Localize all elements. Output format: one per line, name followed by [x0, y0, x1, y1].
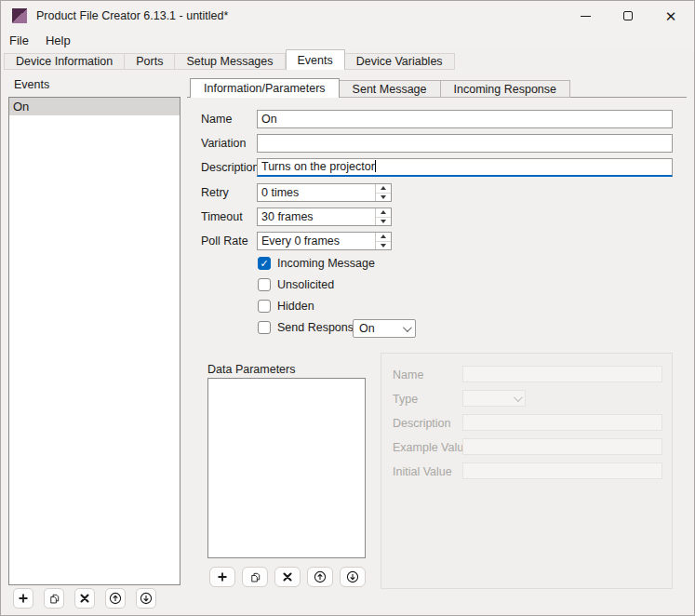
main-tab-bar: Device Information Ports Setup Messages …: [1, 50, 694, 70]
maximize-button[interactable]: [607, 1, 649, 31]
menu-help[interactable]: Help: [37, 32, 79, 49]
hidden-row: Hidden: [258, 300, 314, 313]
poll-rate-label: Poll Rate: [201, 232, 248, 250]
copy-parameter-button[interactable]: [242, 567, 268, 587]
events-toolbar: [13, 588, 156, 609]
retry-spinbox[interactable]: 0 times: [257, 183, 392, 202]
arrow-up-circle-icon: [109, 592, 122, 605]
description-label: Description: [201, 158, 260, 177]
spin-down-icon: [381, 244, 386, 248]
plus-icon: [18, 593, 29, 604]
variation-field[interactable]: [257, 134, 673, 153]
add-event-button[interactable]: [13, 588, 33, 609]
timeout-value: 30 frames: [258, 208, 375, 225]
arrow-down-circle-icon: [346, 570, 359, 583]
send-response-row: Send Response: [258, 321, 360, 334]
description-field[interactable]: Turns on the projector: [257, 158, 673, 177]
tab-events[interactable]: Events: [286, 49, 345, 70]
timeout-spinbox[interactable]: 30 frames: [257, 208, 392, 226]
delete-event-button[interactable]: [74, 588, 95, 609]
incoming-message-checkbox[interactable]: ✓: [258, 257, 271, 270]
poll-rate-spinbox[interactable]: Every 0 frames: [257, 232, 392, 250]
copy-event-button[interactable]: [44, 588, 64, 609]
description-text: Turns on the projector: [261, 160, 375, 173]
maximize-icon: [623, 11, 633, 20]
param-description-label: Description: [393, 415, 451, 432]
delete-x-icon: [80, 594, 89, 603]
spin-up-icon: [381, 234, 386, 238]
param-type-label: Type: [393, 391, 418, 408]
delete-parameter-button[interactable]: [274, 567, 301, 587]
plus-icon: [217, 571, 228, 583]
unsolicited-label: Unsolicited: [277, 278, 334, 291]
name-label: Name: [201, 110, 232, 128]
check-icon: ✓: [260, 259, 268, 269]
close-icon: ✕: [665, 9, 677, 23]
chevron-down-icon: [514, 393, 523, 402]
app-window: Product File Creator 6.13.1 - untitled* …: [0, 0, 695, 616]
send-response-checkbox[interactable]: [258, 321, 271, 334]
send-response-dropdown[interactable]: On: [353, 319, 416, 338]
arrow-up-circle-icon: [314, 570, 327, 583]
delete-x-icon: [283, 572, 292, 582]
tab-setup-messages[interactable]: Setup Messages: [175, 53, 285, 70]
move-event-down-button[interactable]: [136, 588, 156, 609]
event-list-item-on[interactable]: On: [9, 98, 180, 115]
data-parameters-toolbar: [209, 567, 366, 587]
parameter-details-panel: Name Type Description Example Value Init…: [381, 353, 673, 589]
data-parameters-label: Data Parameters: [207, 363, 295, 376]
data-parameters-list[interactable]: [207, 378, 366, 558]
move-event-up-button[interactable]: [105, 588, 126, 609]
name-field[interactable]: On: [257, 110, 673, 128]
tab-ports[interactable]: Ports: [125, 53, 175, 70]
spin-down-icon: [381, 195, 386, 199]
event-sub-tab-bar: Information/Parameters Sent Message Inco…: [190, 78, 570, 98]
add-parameter-button[interactable]: [209, 567, 235, 587]
variation-label: Variation: [201, 134, 246, 153]
arrow-down-circle-icon: [140, 592, 153, 605]
send-response-dropdown-value: On: [359, 322, 375, 335]
subtab-information-parameters[interactable]: Information/Parameters: [190, 78, 340, 98]
incoming-message-label: Incoming Message: [277, 257, 375, 270]
window-title: Product File Creator 6.13.1 - untitled*: [36, 9, 228, 22]
retry-label: Retry: [201, 183, 229, 202]
param-description-field: [462, 414, 662, 431]
text-caret: [375, 160, 376, 172]
param-name-label: Name: [393, 367, 423, 383]
tab-device-variables[interactable]: Device Variables: [345, 53, 455, 70]
spin-up-icon: [381, 210, 386, 214]
param-example-value-label: Example Value: [393, 439, 470, 456]
param-initial-value-field: [462, 462, 662, 479]
title-bar: Product File Creator 6.13.1 - untitled* …: [1, 1, 694, 31]
app-icon: [12, 8, 27, 23]
copy-icon: [249, 571, 261, 583]
param-initial-value-label: Initial Value: [393, 463, 452, 480]
unsolicited-checkbox[interactable]: [258, 278, 271, 291]
retry-spin-down[interactable]: [376, 194, 391, 202]
poll-rate-spin-down[interactable]: [376, 242, 391, 250]
subtab-incoming-response[interactable]: Incoming Response: [441, 80, 570, 98]
events-list-label: Events: [14, 78, 49, 91]
chevron-down-icon: [403, 323, 412, 332]
minimize-button[interactable]: [564, 1, 607, 31]
retry-value: 0 times: [258, 184, 375, 201]
timeout-spin-up[interactable]: [376, 208, 391, 218]
param-type-dropdown: [462, 390, 526, 407]
close-button[interactable]: ✕: [649, 1, 692, 31]
timeout-spin-down[interactable]: [376, 218, 391, 226]
subtab-sent-message[interactable]: Sent Message: [340, 80, 441, 98]
param-name-field: [462, 366, 662, 382]
move-parameter-up-button[interactable]: [307, 567, 333, 587]
menu-file[interactable]: File: [1, 32, 37, 49]
events-list[interactable]: On: [8, 97, 180, 585]
incoming-message-row: ✓ Incoming Message: [258, 257, 375, 270]
retry-spin-up[interactable]: [376, 184, 391, 194]
hidden-checkbox[interactable]: [258, 300, 271, 313]
move-parameter-down-button[interactable]: [340, 567, 366, 587]
poll-rate-spin-up[interactable]: [376, 233, 391, 242]
minimize-icon: [581, 16, 591, 17]
unsolicited-row: Unsolicited: [258, 278, 334, 291]
tab-device-information[interactable]: Device Information: [4, 53, 125, 70]
param-example-value-field: [462, 438, 662, 455]
timeout-label: Timeout: [201, 208, 243, 226]
